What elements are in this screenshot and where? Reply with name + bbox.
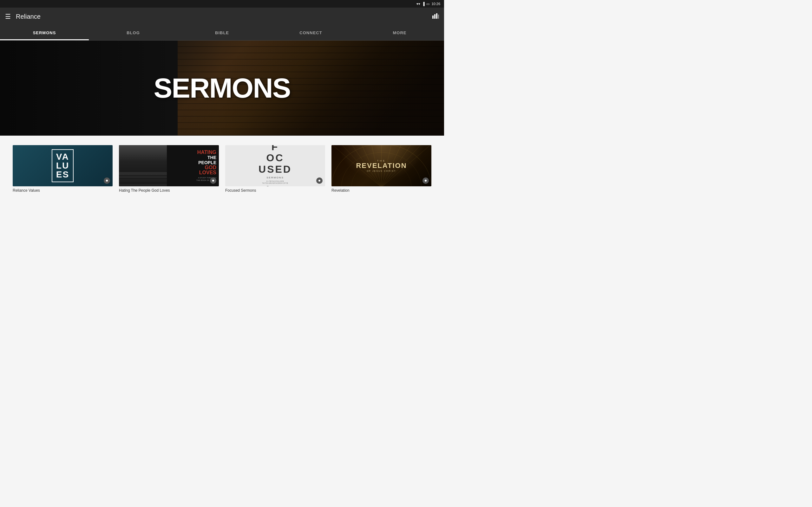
content-area: VALUES Reliance Values — [0, 135, 444, 199]
card-values-bg: VALUES — [13, 145, 113, 186]
battery-icon: ▭ — [426, 2, 429, 6]
revelation-the: THE — [356, 159, 407, 162]
badge-dot — [425, 180, 426, 181]
card-revelation-label: Revelation — [332, 188, 432, 193]
app-bar: ☰ Reliance — [0, 8, 444, 25]
tab-more[interactable]: MORE — [355, 25, 444, 40]
card-revelation-image: THE REVELATION OF JESUS CHRIST — [332, 145, 432, 186]
card-hating[interactable]: HATINGTHEPEOPLEGODLOVES A STUDY THROUGHT… — [119, 145, 219, 193]
card-hating-label: Hating The People God Loves — [119, 188, 219, 193]
card-focused-label: Focused Sermons — [225, 188, 325, 193]
svg-rect-0 — [432, 15, 434, 19]
hating-subtitle-text: A STUDY THROUGHTHE BOOK OF JONAH — [169, 176, 216, 182]
tab-blog[interactable]: BLOG — [89, 25, 177, 40]
badge-dot — [106, 180, 108, 181]
card-focused-image: FOCUSED SERMONS CLTBTECPOLDPBTETOLERZEFD… — [225, 145, 325, 186]
tab-bible[interactable]: BIBLE — [177, 25, 266, 40]
tab-sermons[interactable]: SERMONS — [0, 25, 89, 40]
clock: 10:26 — [432, 2, 440, 6]
cards-grid: VALUES Reliance Values — [13, 145, 432, 193]
badge-dot — [212, 180, 214, 181]
status-bar: ▾▾ ▐ ▭ 10:26 — [0, 0, 444, 8]
card-focused-badge — [316, 177, 322, 184]
focused-word: SERMONS — [258, 176, 292, 179]
focused-title-text: FOCUSED — [258, 145, 292, 175]
card-values-badge — [104, 177, 110, 184]
wifi-icon: ▾▾ — [416, 2, 420, 6]
card-values-image: VALUES — [13, 145, 113, 186]
tab-connect[interactable]: CONNECT — [266, 25, 355, 40]
revelation-main: REVELATION — [356, 162, 407, 169]
card-revelation-badge — [422, 177, 429, 184]
svg-rect-1 — [434, 14, 436, 19]
svg-rect-3 — [438, 14, 439, 19]
card-hating-badge — [210, 177, 216, 184]
bar-chart-icon[interactable] — [432, 13, 439, 20]
card-revelation-bg: THE REVELATION OF JESUS CHRIST — [332, 145, 432, 186]
signal-icon: ▐ — [422, 2, 425, 6]
badge-dot — [318, 180, 320, 181]
revelation-text: THE REVELATION OF JESUS CHRIST — [356, 159, 407, 172]
revelation-sub: OF JESUS CHRIST — [356, 170, 407, 172]
card-revelation[interactable]: THE REVELATION OF JESUS CHRIST Revelatio… — [332, 145, 432, 193]
svg-rect-2 — [436, 13, 438, 19]
card-focused[interactable]: FOCUSED SERMONS CLTBTECPOLDPBTETOLERZEFD… — [225, 145, 325, 193]
hero-banner: SERMONS — [0, 41, 444, 135]
card-values-label: Reliance Values — [13, 188, 113, 193]
hamburger-menu-icon[interactable]: ☰ — [5, 13, 11, 20]
card-hating-image: HATINGTHEPEOPLEGODLOVES A STUDY THROUGHT… — [119, 145, 219, 186]
focused-code: CLTBTECPOLDPBTETOLERZEFDCBOFCPTB — [258, 180, 292, 184]
values-text: VALUES — [52, 149, 73, 182]
focused-content: FOCUSED SERMONS CLTBTECPOLDPBTETOLERZEFD… — [258, 145, 292, 186]
card-focused-bg: FOCUSED SERMONS CLTBTECPOLDPBTETOLERZEFD… — [225, 145, 325, 186]
nav-tabs: SERMONS BLOG BIBLE CONNECT MORE — [0, 25, 444, 41]
app-title: Reliance — [16, 13, 41, 20]
card-values[interactable]: VALUES Reliance Values — [13, 145, 113, 193]
hero-title: SERMONS — [154, 72, 291, 104]
hating-title-text: HATINGTHEPEOPLEGODLOVES — [169, 150, 216, 175]
